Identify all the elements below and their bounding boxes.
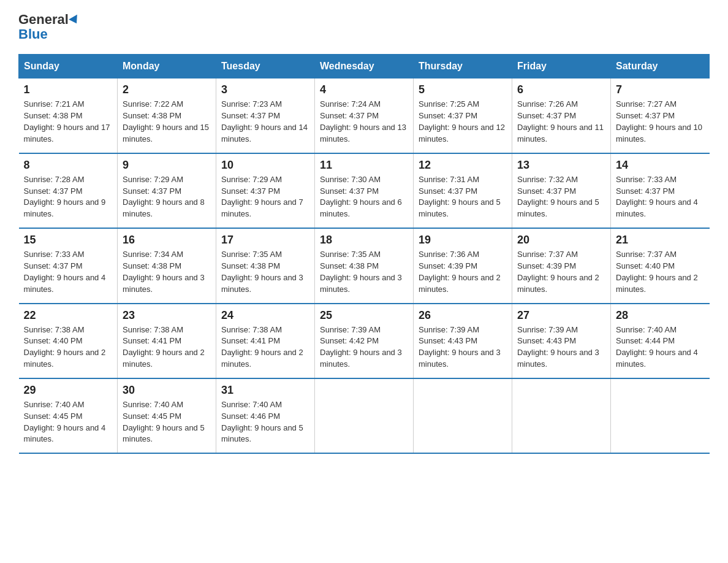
day-cell: 22Sunrise: 7:38 AMSunset: 4:40 PMDayligh… [19, 304, 118, 378]
week-row-4: 22Sunrise: 7:38 AMSunset: 4:40 PMDayligh… [19, 304, 710, 378]
day-info: Sunrise: 7:22 AMSunset: 4:38 PMDaylight:… [123, 99, 209, 144]
day-cell: 9Sunrise: 7:29 AMSunset: 4:37 PMDaylight… [118, 153, 216, 228]
day-number: 14 [616, 159, 705, 172]
day-cell: 18Sunrise: 7:35 AMSunset: 4:38 PMDayligh… [315, 228, 414, 303]
day-number: 12 [419, 159, 507, 172]
day-cell: 4Sunrise: 7:24 AMSunset: 4:37 PMDaylight… [315, 79, 414, 153]
day-cell: 3Sunrise: 7:23 AMSunset: 4:37 PMDaylight… [216, 79, 315, 153]
day-cell: 30Sunrise: 7:40 AMSunset: 4:45 PMDayligh… [118, 378, 216, 453]
header-day-sunday: Sunday [19, 55, 118, 79]
day-number: 22 [24, 309, 113, 322]
calendar-header: SundayMondayTuesdayWednesdayThursdayFrid… [19, 55, 710, 79]
day-number: 10 [221, 159, 309, 172]
day-cell: 20Sunrise: 7:37 AMSunset: 4:39 PMDayligh… [512, 228, 611, 303]
day-cell: 24Sunrise: 7:38 AMSunset: 4:41 PMDayligh… [216, 304, 315, 378]
day-info: Sunrise: 7:21 AMSunset: 4:38 PMDaylight:… [24, 99, 110, 144]
day-number: 28 [616, 309, 705, 322]
day-cell: 1Sunrise: 7:21 AMSunset: 4:38 PMDaylight… [19, 79, 118, 153]
day-info: Sunrise: 7:24 AMSunset: 4:37 PMDaylight:… [320, 99, 406, 144]
day-info: Sunrise: 7:33 AMSunset: 4:37 PMDaylight:… [24, 250, 106, 294]
calendar-body: 1Sunrise: 7:21 AMSunset: 4:38 PMDaylight… [19, 79, 710, 453]
day-info: Sunrise: 7:26 AMSunset: 4:37 PMDaylight:… [517, 99, 604, 144]
day-number: 29 [24, 384, 113, 397]
day-number: 11 [320, 159, 408, 172]
day-info: Sunrise: 7:38 AMSunset: 4:40 PMDaylight:… [24, 325, 106, 369]
logo: General Blue [18, 12, 80, 42]
day-number: 5 [419, 83, 507, 96]
day-number: 2 [123, 83, 211, 96]
day-number: 23 [123, 309, 211, 322]
day-cell: 5Sunrise: 7:25 AMSunset: 4:37 PMDaylight… [414, 79, 512, 153]
day-info: Sunrise: 7:33 AMSunset: 4:37 PMDaylight:… [616, 175, 698, 219]
day-cell: 16Sunrise: 7:34 AMSunset: 4:38 PMDayligh… [118, 228, 216, 303]
header-day-wednesday: Wednesday [315, 55, 414, 79]
day-number: 24 [221, 309, 309, 322]
day-info: Sunrise: 7:31 AMSunset: 4:37 PMDaylight:… [419, 175, 501, 219]
calendar-table: SundayMondayTuesdayWednesdayThursdayFrid… [18, 54, 710, 454]
day-cell [315, 378, 414, 453]
day-cell [611, 378, 710, 453]
day-cell: 14Sunrise: 7:33 AMSunset: 4:37 PMDayligh… [611, 153, 710, 228]
day-cell: 2Sunrise: 7:22 AMSunset: 4:38 PMDaylight… [118, 79, 216, 153]
week-row-3: 15Sunrise: 7:33 AMSunset: 4:37 PMDayligh… [19, 228, 710, 303]
day-cell: 23Sunrise: 7:38 AMSunset: 4:41 PMDayligh… [118, 304, 216, 378]
week-row-5: 29Sunrise: 7:40 AMSunset: 4:45 PMDayligh… [19, 378, 710, 453]
day-info: Sunrise: 7:39 AMSunset: 4:43 PMDaylight:… [517, 325, 599, 369]
header-day-thursday: Thursday [414, 55, 512, 79]
day-number: 15 [24, 234, 113, 247]
day-number: 8 [24, 159, 113, 172]
day-info: Sunrise: 7:38 AMSunset: 4:41 PMDaylight:… [221, 325, 303, 369]
day-info: Sunrise: 7:40 AMSunset: 4:44 PMDaylight:… [616, 325, 698, 369]
day-cell: 11Sunrise: 7:30 AMSunset: 4:37 PMDayligh… [315, 153, 414, 228]
day-number: 3 [221, 83, 309, 96]
day-number: 4 [320, 83, 408, 96]
day-number: 31 [221, 384, 309, 397]
day-cell: 21Sunrise: 7:37 AMSunset: 4:40 PMDayligh… [611, 228, 710, 303]
day-info: Sunrise: 7:38 AMSunset: 4:41 PMDaylight:… [123, 325, 205, 369]
day-number: 20 [517, 234, 605, 247]
day-info: Sunrise: 7:35 AMSunset: 4:38 PMDaylight:… [221, 250, 303, 294]
day-number: 7 [616, 83, 705, 96]
week-row-1: 1Sunrise: 7:21 AMSunset: 4:38 PMDaylight… [19, 79, 710, 153]
day-number: 9 [123, 159, 211, 172]
header-day-saturday: Saturday [611, 55, 710, 79]
day-number: 16 [123, 234, 211, 247]
header-day-monday: Monday [118, 55, 216, 79]
day-cell: 8Sunrise: 7:28 AMSunset: 4:37 PMDaylight… [19, 153, 118, 228]
logo-general: General [18, 12, 69, 27]
header-row: SundayMondayTuesdayWednesdayThursdayFrid… [19, 55, 710, 79]
day-info: Sunrise: 7:30 AMSunset: 4:37 PMDaylight:… [320, 175, 402, 219]
day-cell: 29Sunrise: 7:40 AMSunset: 4:45 PMDayligh… [19, 378, 118, 453]
day-cell: 17Sunrise: 7:35 AMSunset: 4:38 PMDayligh… [216, 228, 315, 303]
day-info: Sunrise: 7:36 AMSunset: 4:39 PMDaylight:… [419, 250, 501, 294]
day-cell: 10Sunrise: 7:29 AMSunset: 4:37 PMDayligh… [216, 153, 315, 228]
day-number: 13 [517, 159, 605, 172]
day-info: Sunrise: 7:32 AMSunset: 4:37 PMDaylight:… [517, 175, 599, 219]
day-cell: 6Sunrise: 7:26 AMSunset: 4:37 PMDaylight… [512, 79, 611, 153]
day-info: Sunrise: 7:37 AMSunset: 4:40 PMDaylight:… [616, 250, 698, 294]
day-cell [512, 378, 611, 453]
day-info: Sunrise: 7:37 AMSunset: 4:39 PMDaylight:… [517, 250, 599, 294]
day-info: Sunrise: 7:39 AMSunset: 4:42 PMDaylight:… [320, 325, 402, 369]
day-cell: 25Sunrise: 7:39 AMSunset: 4:42 PMDayligh… [315, 304, 414, 378]
day-info: Sunrise: 7:40 AMSunset: 4:46 PMDaylight:… [221, 400, 303, 444]
day-info: Sunrise: 7:40 AMSunset: 4:45 PMDaylight:… [123, 400, 205, 444]
day-cell: 19Sunrise: 7:36 AMSunset: 4:39 PMDayligh… [414, 228, 512, 303]
day-number: 21 [616, 234, 705, 247]
day-cell: 26Sunrise: 7:39 AMSunset: 4:43 PMDayligh… [414, 304, 512, 378]
day-info: Sunrise: 7:29 AMSunset: 4:37 PMDaylight:… [123, 175, 205, 219]
day-cell [414, 378, 512, 453]
header-day-friday: Friday [512, 55, 611, 79]
day-cell: 28Sunrise: 7:40 AMSunset: 4:44 PMDayligh… [611, 304, 710, 378]
header-day-tuesday: Tuesday [216, 55, 315, 79]
day-cell: 13Sunrise: 7:32 AMSunset: 4:37 PMDayligh… [512, 153, 611, 228]
day-number: 6 [517, 83, 605, 96]
day-cell: 15Sunrise: 7:33 AMSunset: 4:37 PMDayligh… [19, 228, 118, 303]
day-number: 25 [320, 309, 408, 322]
day-info: Sunrise: 7:34 AMSunset: 4:38 PMDaylight:… [123, 250, 205, 294]
logo-triangle-icon [69, 15, 81, 26]
day-info: Sunrise: 7:28 AMSunset: 4:37 PMDaylight:… [24, 175, 106, 219]
day-info: Sunrise: 7:40 AMSunset: 4:45 PMDaylight:… [24, 400, 106, 444]
day-info: Sunrise: 7:29 AMSunset: 4:37 PMDaylight:… [221, 175, 303, 219]
week-row-2: 8Sunrise: 7:28 AMSunset: 4:37 PMDaylight… [19, 153, 710, 228]
